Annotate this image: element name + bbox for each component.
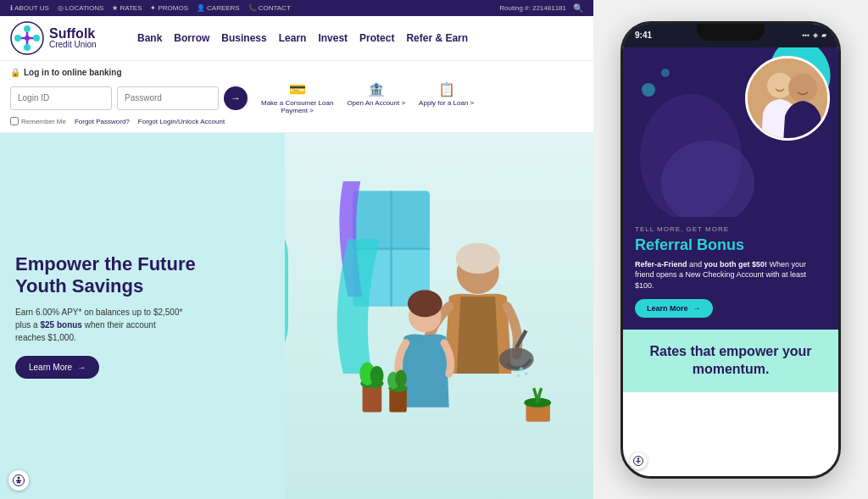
rates-highlight: Rates (649, 344, 687, 358)
careers-link[interactable]: 👤 CAREERS (197, 4, 240, 12)
payment-icon: 💳 (289, 81, 306, 97)
phone-rates-section: Rates that empower yourmomentum. (623, 330, 838, 392)
phone-learn-more-button[interactable]: Learn More → (635, 299, 713, 318)
remember-me-label[interactable]: Remember Me (10, 117, 66, 125)
open-account-icon: 🏦 (368, 81, 385, 97)
phone-content: TELL MORE, GET MORE Referral Bonus Refer… (623, 47, 838, 476)
svg-line-35 (17, 482, 19, 483)
hero-learn-more-button[interactable]: Learn More → (15, 356, 99, 379)
header: Suffolk Credit Union Bank Borrow Busines… (0, 16, 593, 61)
login-submit-button[interactable]: → (224, 86, 248, 110)
nav-invest[interactable]: Invest (318, 32, 348, 44)
svg-line-36 (19, 482, 20, 483)
open-account-link[interactable]: 🏦 Open An Account > (347, 81, 405, 114)
svg-point-42 (642, 83, 655, 97)
nav-borrow[interactable]: Borrow (174, 32, 209, 44)
login-form-row: → 💳 Make a Consumer LoanPayment > 🏦 Open… (10, 81, 583, 114)
phone-tell-more-label: TELL MORE, GET MORE (635, 225, 826, 233)
desktop-website: ℹ ABOUT US ◎ LOCATIONS ★ RATES ✦ PROMOS … (0, 0, 593, 499)
svg-point-13 (456, 243, 500, 274)
svg-point-32 (18, 477, 20, 480)
phone-decorative-svg (623, 47, 838, 217)
arrow-icon: → (77, 363, 86, 372)
forgot-password-link[interactable]: Forgot Password? (75, 118, 130, 125)
hero-content: Empower the Future Youth Savings Earn 6.… (0, 133, 285, 499)
apply-loan-icon: 📋 (438, 81, 455, 97)
open-account-text: Open An Account > (347, 99, 405, 107)
svg-point-2 (33, 35, 40, 42)
nav-protect[interactable]: Protect (359, 32, 394, 44)
phone-accessibility-icon (633, 456, 643, 466)
logo-svg (10, 21, 44, 55)
phone-status-icons: ▪▪▪ ◈ ▰ (802, 31, 826, 39)
refer-friend-text: Refer-a-Friend (635, 260, 687, 269)
phone-referral-section: TELL MORE, GET MORE Referral Bonus Refer… (623, 217, 838, 330)
password-input[interactable] (117, 86, 219, 110)
phone-arrow-icon: → (693, 304, 701, 313)
svg-point-17 (408, 290, 442, 317)
logo-area[interactable]: Suffolk Credit Union (10, 21, 120, 55)
routing-number: Routing #: 221481181 (499, 4, 566, 12)
svg-point-3 (14, 35, 21, 42)
hero-image (237, 133, 593, 499)
search-icon[interactable]: 🔍 (573, 3, 583, 13)
phone-referral-description: Refer-a-Friend and you both get $50! Whe… (635, 259, 826, 291)
you-both-get-text: you both get $50! (704, 260, 768, 269)
brand-name: Suffolk (49, 27, 97, 41)
svg-point-45 (637, 457, 639, 459)
svg-point-1 (24, 25, 31, 32)
locations-link[interactable]: ◎ LOCATIONS (58, 4, 104, 12)
login-id-input[interactable] (10, 86, 112, 110)
utility-links: ℹ ABOUT US ◎ LOCATIONS ★ RATES ✦ PROMOS … (10, 4, 291, 12)
nav-bank[interactable]: Bank (137, 32, 162, 44)
phone-time: 9:41 (635, 30, 652, 40)
quick-links: 💳 Make a Consumer LoanPayment > 🏦 Open A… (261, 81, 474, 114)
hero-title: Empower the Future Youth Savings (15, 253, 270, 298)
svg-point-30 (517, 374, 520, 377)
consumer-loan-text: Make a Consumer LoanPayment > (261, 99, 333, 114)
hero-image-bg (237, 133, 593, 499)
phone-hero-section (623, 47, 838, 217)
svg-point-28 (520, 367, 524, 371)
hero-scene-svg (237, 133, 593, 499)
svg-point-4 (24, 44, 31, 51)
consumer-loan-link[interactable]: 💳 Make a Consumer LoanPayment > (261, 81, 333, 114)
rates-link[interactable]: ★ RATES (112, 4, 142, 12)
wifi-icon: ◈ (813, 31, 818, 39)
phone-notch (697, 24, 765, 41)
nav-learn[interactable]: Learn (279, 32, 307, 44)
hero-description: Earn 6.00% APY* on balances up to $2,500… (15, 306, 185, 344)
phone-frame: 9:41 ▪▪▪ ◈ ▰ (620, 21, 841, 479)
phone-accessibility-button[interactable] (630, 452, 647, 469)
phone-wrapper: 9:41 ▪▪▪ ◈ ▰ (593, 0, 868, 499)
brand-subtitle: Credit Union (49, 41, 97, 49)
apply-loan-link[interactable]: 📋 Apply for a Loan > (419, 81, 474, 114)
battery-icon: ▰ (821, 31, 826, 39)
main-navigation: Bank Borrow Business Learn Invest Protec… (137, 32, 468, 44)
contact-link[interactable]: 📞 CONTACT (248, 4, 291, 12)
nav-refer-earn[interactable]: Refer & Earn (406, 32, 468, 44)
about-us-link[interactable]: ℹ ABOUT US (10, 4, 49, 12)
nav-business[interactable]: Business (221, 32, 266, 44)
svg-point-21 (370, 366, 384, 385)
accessibility-button[interactable] (8, 470, 29, 491)
svg-point-29 (525, 372, 527, 374)
apply-loan-text: Apply for a Loan > (419, 99, 474, 107)
hero-banner: Empower the Future Youth Savings Earn 6.… (0, 133, 593, 499)
promos-link[interactable]: ✦ PROMOS (150, 4, 188, 12)
phone-referral-title: Referral Bonus (635, 236, 826, 254)
lock-icon: 🔒 (10, 68, 20, 77)
brand-name-area: Suffolk Credit Union (49, 27, 97, 49)
login-section: 🔒 Log in to online banking → 💳 Make a Co… (0, 61, 593, 133)
login-label: 🔒 Log in to online banking (10, 68, 583, 77)
svg-point-7 (25, 36, 30, 41)
svg-point-25 (395, 370, 407, 387)
remember-me-checkbox[interactable] (10, 117, 19, 125)
utility-bar: ℹ ABOUT US ◎ LOCATIONS ★ RATES ✦ PROMOS … (0, 0, 593, 16)
forgot-login-link[interactable]: Forgot Login/Unlock Account (138, 118, 225, 125)
login-options: Remember Me Forgot Password? Forgot Logi… (10, 117, 583, 125)
svg-point-43 (661, 69, 670, 77)
signal-icon: ▪▪▪ (802, 31, 810, 39)
phone-rates-text: Rates that empower yourmomentum. (635, 343, 826, 379)
accessibility-icon (13, 474, 25, 486)
